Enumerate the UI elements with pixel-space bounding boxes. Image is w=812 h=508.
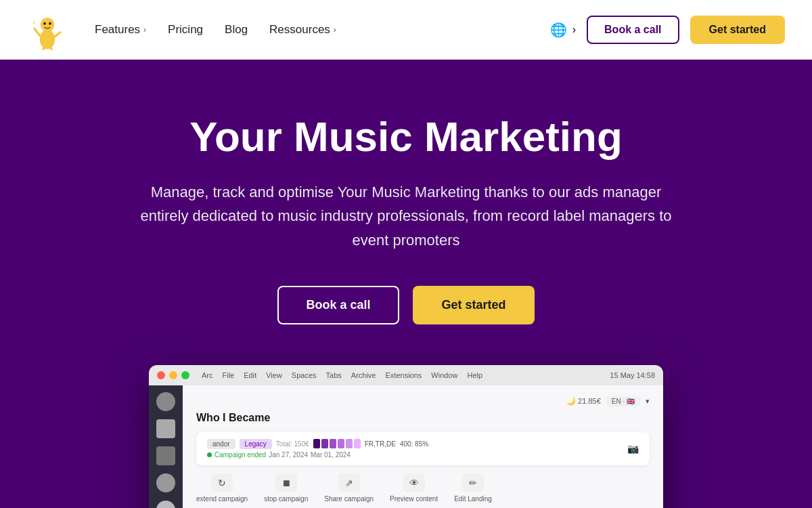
maximize-window-icon [181,371,189,379]
campaign-badge-andor: andor [207,439,235,449]
progress-seg-1 [313,439,320,448]
preview-icon: 👁 [403,473,425,492]
sidebar-avatar-4 [156,473,175,492]
svg-point-1 [41,18,55,32]
hero-title: Your Music Marketing [189,114,623,160]
svg-line-4 [35,28,40,35]
progress-bar [313,439,361,448]
svg-point-0 [40,30,55,49]
svg-point-2 [43,22,46,25]
app-sidebar [149,385,183,508]
edit-label: Edit Landing [454,495,492,503]
campaign-ended-badge: Campaign ended [207,451,266,459]
language-badge: EN · 🇬🇧 [606,396,640,406]
share-icon: ⇗ [338,473,360,492]
app-top-right: 🌙 21.85€ EN · 🇬🇧 ▾ [196,396,650,406]
nav-right: 🌐 › Book a call Get started [550,16,785,44]
progress-pct: 400: 85% [400,440,428,448]
window-menu-edit: Edit [244,371,256,379]
logo[interactable]: ♪ [27,9,68,50]
window-app-name: Arc [202,371,213,379]
progress-seg-5 [346,439,353,448]
nav-book-call-button[interactable]: Book a call [587,16,679,44]
svg-line-5 [55,33,60,37]
stop-icon: ⏹ [275,473,297,492]
campaign-dates: Campaign ended Jan 27, 2024 Mar 01, 2024 [207,451,619,459]
nav-blog[interactable]: Blog [225,23,248,37]
window-menu-window: Window [431,371,457,379]
window-menu-file: File [223,371,235,379]
language-selector[interactable]: 🌐 › [550,22,576,38]
hero-get-started-button[interactable]: Get started [413,286,535,324]
nav-left: ♪ Features › Pricing Blog Ressources › [27,9,336,50]
campaign-start-date: Jan 27, 2024 [269,451,308,459]
nav-features[interactable]: Features › [95,23,146,37]
window-titlebar: Arc File Edit View Spaces Tabs Archive E… [149,365,663,385]
campaign-info: andor Legacy Total: 150€ F [207,439,619,459]
nav-get-started-button[interactable]: Get started [690,16,785,44]
stop-campaign-button[interactable]: ⏹ stop campaign [264,473,308,503]
app-content: 🌙 21.85€ EN · 🇬🇧 ▾ Who I Became andor Le… [149,385,663,508]
edit-landing-button[interactable]: ✏ Edit Landing [454,473,492,503]
app-main: 🌙 21.85€ EN · 🇬🇧 ▾ Who I Became andor Le… [183,385,663,508]
balance-display: 🌙 21.85€ [566,397,601,406]
dropdown-icon: ▾ [646,397,650,406]
edit-icon: ✏ [462,473,484,492]
hero-subtitle: Manage, track and optimise Your Music Ma… [129,180,683,252]
svg-line-6 [42,47,44,50]
sidebar-avatar-5 [156,501,175,508]
campaign-row: andor Legacy Total: 150€ F [196,432,650,465]
progress-countries: FR,TR,DE [365,440,396,448]
campaign-badges: andor Legacy Total: 150€ F [207,439,619,449]
minimize-window-icon [169,371,177,379]
share-campaign-button[interactable]: ⇗ Share campaign [324,473,374,503]
navbar: ♪ Features › Pricing Blog Ressources › 🌐… [0,0,812,60]
svg-text:♪: ♪ [32,18,37,26]
preview-content-button[interactable]: 👁 Preview content [390,473,438,503]
sidebar-avatar-1 [156,392,175,411]
extend-campaign-button[interactable]: ↻ extend campaign [196,473,248,503]
campaign-actions: ↻ extend campaign ⏹ stop campaign ⇗ Shar… [196,473,650,503]
progress-seg-3 [330,439,336,448]
globe-icon: 🌐 [550,22,567,38]
sidebar-avatar-2 [156,419,175,438]
total-label: Total: 150€ [276,440,309,448]
hero-cta: Book a call Get started [277,286,535,324]
svg-line-7 [51,47,53,50]
window-menu-tabs: Tabs [326,371,342,379]
campaign-title: Who I Became [196,412,650,424]
window-menu-view: View [266,371,282,379]
progress-seg-4 [338,439,344,448]
instagram-icon: 📷 [627,443,639,454]
progress-seg-2 [321,439,328,448]
campaign-badge-legacy: Legacy [240,439,272,449]
extend-icon: ↻ [211,473,233,492]
hero-section: Your Music Marketing Manage, track and o… [0,60,812,508]
features-chevron-icon: › [143,25,146,35]
svg-point-3 [49,22,51,25]
nav-links: Features › Pricing Blog Ressources › [95,23,336,37]
hero-book-call-button[interactable]: Book a call [277,286,399,324]
app-screenshot: Arc File Edit View Spaces Tabs Archive E… [149,365,663,508]
window-datetime: 15 May 14:58 [610,371,655,379]
campaign-ended-text: Campaign ended [215,451,266,459]
lang-chevron-icon: › [572,24,576,36]
close-window-icon [157,371,165,379]
window-menu-help: Help [467,371,482,379]
progress-seg-6 [354,439,361,448]
share-label: Share campaign [324,495,374,503]
nav-pricing[interactable]: Pricing [168,23,203,37]
window-menu-archive: Archive [351,371,376,379]
window-menu-extensions: Extensions [386,371,422,379]
extend-label: extend campaign [196,495,248,503]
stop-label: stop campaign [264,495,308,503]
window-menu-spaces: Spaces [292,371,317,379]
nav-ressources[interactable]: Ressources › [269,23,336,37]
green-dot-icon [207,452,212,457]
preview-label: Preview content [390,495,438,503]
sidebar-avatar-3 [156,446,175,465]
campaign-end-date: Mar 01, 2024 [311,451,351,459]
ressources-chevron-icon: › [334,25,336,35]
